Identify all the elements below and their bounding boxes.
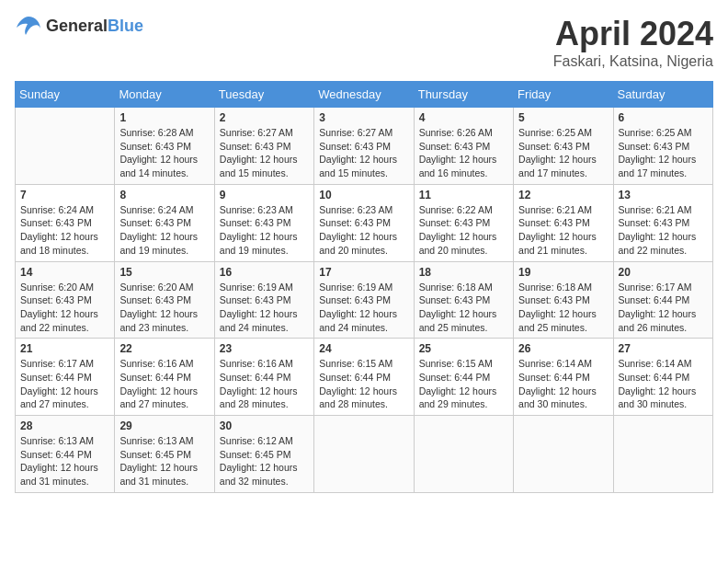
day-number: 4 xyxy=(419,111,508,124)
calendar-cell: 2Sunrise: 6:27 AM Sunset: 6:43 PM Daylig… xyxy=(214,108,313,185)
calendar-cell: 26Sunrise: 6:14 AM Sunset: 6:44 PM Dayli… xyxy=(514,339,613,416)
day-info: Sunrise: 6:15 AM Sunset: 6:44 PM Dayligh… xyxy=(319,357,408,411)
calendar-cell: 12Sunrise: 6:21 AM Sunset: 6:43 PM Dayli… xyxy=(514,184,613,261)
day-number: 16 xyxy=(220,266,309,279)
calendar-week-4: 21Sunrise: 6:17 AM Sunset: 6:44 PM Dayli… xyxy=(16,339,713,416)
day-info: Sunrise: 6:17 AM Sunset: 6:44 PM Dayligh… xyxy=(20,357,109,411)
day-info: Sunrise: 6:21 AM Sunset: 6:43 PM Dayligh… xyxy=(518,203,608,258)
day-info: Sunrise: 6:19 AM Sunset: 6:43 PM Dayligh… xyxy=(319,281,408,335)
calendar-cell xyxy=(16,108,115,185)
day-number: 2 xyxy=(220,111,309,124)
day-info: Sunrise: 6:22 AM Sunset: 6:43 PM Dayligh… xyxy=(419,203,508,258)
day-number: 23 xyxy=(220,342,309,355)
calendar-cell: 3Sunrise: 6:27 AM Sunset: 6:43 PM Daylig… xyxy=(314,108,414,185)
day-info: Sunrise: 6:17 AM Sunset: 6:44 PM Dayligh… xyxy=(619,281,708,335)
day-number: 19 xyxy=(518,266,608,279)
day-info: Sunrise: 6:28 AM Sunset: 6:43 PM Dayligh… xyxy=(119,126,209,180)
header: GeneralBlue April 2024 Faskari, Katsina,… xyxy=(15,15,713,70)
day-info: Sunrise: 6:16 AM Sunset: 6:44 PM Dayligh… xyxy=(220,357,309,411)
day-info: Sunrise: 6:20 AM Sunset: 6:43 PM Dayligh… xyxy=(119,281,209,335)
day-number: 27 xyxy=(619,342,708,355)
day-info: Sunrise: 6:15 AM Sunset: 6:44 PM Dayligh… xyxy=(419,357,508,411)
day-info: Sunrise: 6:13 AM Sunset: 6:44 PM Dayligh… xyxy=(20,434,109,488)
day-number: 11 xyxy=(419,189,508,201)
calendar-cell: 9Sunrise: 6:23 AM Sunset: 6:43 PM Daylig… xyxy=(214,184,313,261)
calendar-cell: 30Sunrise: 6:12 AM Sunset: 6:45 PM Dayli… xyxy=(214,416,313,493)
day-number: 29 xyxy=(119,419,209,432)
day-info: Sunrise: 6:25 AM Sunset: 6:43 PM Dayligh… xyxy=(518,126,608,180)
header-day-tuesday: Tuesday xyxy=(214,82,313,108)
day-number: 22 xyxy=(119,342,209,355)
calendar-cell: 1Sunrise: 6:28 AM Sunset: 6:43 PM Daylig… xyxy=(115,108,214,185)
day-number: 18 xyxy=(419,266,508,279)
day-number: 3 xyxy=(319,111,408,124)
day-info: Sunrise: 6:13 AM Sunset: 6:45 PM Dayligh… xyxy=(119,434,209,488)
calendar-cell: 10Sunrise: 6:23 AM Sunset: 6:43 PM Dayli… xyxy=(314,184,414,261)
calendar-week-5: 28Sunrise: 6:13 AM Sunset: 6:44 PM Dayli… xyxy=(16,416,713,493)
calendar-cell xyxy=(314,416,414,493)
day-info: Sunrise: 6:26 AM Sunset: 6:43 PM Dayligh… xyxy=(419,126,508,180)
day-number: 26 xyxy=(518,342,608,355)
day-number: 13 xyxy=(619,189,708,201)
day-number: 25 xyxy=(419,342,508,355)
calendar-cell: 8Sunrise: 6:24 AM Sunset: 6:43 PM Daylig… xyxy=(115,184,214,261)
calendar-cell: 27Sunrise: 6:14 AM Sunset: 6:44 PM Dayli… xyxy=(613,339,712,416)
logo-text-blue: Blue xyxy=(108,17,143,35)
logo-bird-icon xyxy=(15,15,42,37)
calendar-cell: 29Sunrise: 6:13 AM Sunset: 6:45 PM Dayli… xyxy=(115,416,214,493)
calendar-cell: 6Sunrise: 6:25 AM Sunset: 6:43 PM Daylig… xyxy=(613,108,712,185)
day-number: 6 xyxy=(619,111,708,124)
day-info: Sunrise: 6:27 AM Sunset: 6:43 PM Dayligh… xyxy=(319,126,408,180)
calendar-cell: 28Sunrise: 6:13 AM Sunset: 6:44 PM Dayli… xyxy=(16,416,115,493)
calendar-week-2: 7Sunrise: 6:24 AM Sunset: 6:43 PM Daylig… xyxy=(16,184,713,261)
day-number: 8 xyxy=(119,189,209,201)
calendar-cell: 23Sunrise: 6:16 AM Sunset: 6:44 PM Dayli… xyxy=(214,339,313,416)
day-info: Sunrise: 6:19 AM Sunset: 6:43 PM Dayligh… xyxy=(220,281,309,335)
day-number: 21 xyxy=(20,342,109,355)
day-number: 28 xyxy=(20,419,109,432)
calendar-cell: 21Sunrise: 6:17 AM Sunset: 6:44 PM Dayli… xyxy=(16,339,115,416)
day-info: Sunrise: 6:24 AM Sunset: 6:43 PM Dayligh… xyxy=(20,203,109,258)
calendar-cell: 17Sunrise: 6:19 AM Sunset: 6:43 PM Dayli… xyxy=(314,261,414,339)
calendar-week-1: 1Sunrise: 6:28 AM Sunset: 6:43 PM Daylig… xyxy=(16,108,713,185)
day-number: 14 xyxy=(20,266,109,279)
day-number: 7 xyxy=(20,189,109,201)
calendar-week-3: 14Sunrise: 6:20 AM Sunset: 6:43 PM Dayli… xyxy=(16,261,713,339)
day-info: Sunrise: 6:18 AM Sunset: 6:43 PM Dayligh… xyxy=(518,281,608,335)
day-number: 24 xyxy=(319,342,408,355)
calendar-cell: 15Sunrise: 6:20 AM Sunset: 6:43 PM Dayli… xyxy=(115,261,214,339)
day-info: Sunrise: 6:21 AM Sunset: 6:43 PM Dayligh… xyxy=(619,203,708,258)
calendar-cell: 20Sunrise: 6:17 AM Sunset: 6:44 PM Dayli… xyxy=(613,261,712,339)
header-day-saturday: Saturday xyxy=(613,82,712,108)
header-day-thursday: Thursday xyxy=(414,82,513,108)
day-info: Sunrise: 6:20 AM Sunset: 6:43 PM Dayligh… xyxy=(20,281,109,335)
calendar-cell: 19Sunrise: 6:18 AM Sunset: 6:43 PM Dayli… xyxy=(514,261,613,339)
calendar-cell: 18Sunrise: 6:18 AM Sunset: 6:43 PM Dayli… xyxy=(414,261,513,339)
day-info: Sunrise: 6:27 AM Sunset: 6:43 PM Dayligh… xyxy=(220,126,309,180)
day-number: 9 xyxy=(220,189,309,201)
calendar-title: April 2024 xyxy=(553,15,713,53)
calendar-cell xyxy=(414,416,513,493)
calendar-cell: 22Sunrise: 6:16 AM Sunset: 6:44 PM Dayli… xyxy=(115,339,214,416)
day-number: 17 xyxy=(319,266,408,279)
calendar-cell: 11Sunrise: 6:22 AM Sunset: 6:43 PM Dayli… xyxy=(414,184,513,261)
calendar-cell: 4Sunrise: 6:26 AM Sunset: 6:43 PM Daylig… xyxy=(414,108,513,185)
header-day-sunday: Sunday xyxy=(16,82,115,108)
day-info: Sunrise: 6:14 AM Sunset: 6:44 PM Dayligh… xyxy=(518,357,608,411)
calendar-cell xyxy=(613,416,712,493)
header-day-monday: Monday xyxy=(115,82,214,108)
day-info: Sunrise: 6:18 AM Sunset: 6:43 PM Dayligh… xyxy=(419,281,508,335)
calendar-table: SundayMondayTuesdayWednesdayThursdayFrid… xyxy=(15,81,713,493)
calendar-cell: 13Sunrise: 6:21 AM Sunset: 6:43 PM Dayli… xyxy=(613,184,712,261)
calendar-cell: 16Sunrise: 6:19 AM Sunset: 6:43 PM Dayli… xyxy=(214,261,313,339)
calendar-cell: 5Sunrise: 6:25 AM Sunset: 6:43 PM Daylig… xyxy=(514,108,613,185)
title-area: April 2024 Faskari, Katsina, Nigeria xyxy=(553,15,713,70)
day-info: Sunrise: 6:23 AM Sunset: 6:43 PM Dayligh… xyxy=(220,203,309,258)
day-number: 30 xyxy=(220,419,309,432)
day-number: 5 xyxy=(518,111,608,124)
day-number: 15 xyxy=(119,266,209,279)
day-info: Sunrise: 6:16 AM Sunset: 6:44 PM Dayligh… xyxy=(119,357,209,411)
day-info: Sunrise: 6:25 AM Sunset: 6:43 PM Dayligh… xyxy=(619,126,708,180)
day-number: 20 xyxy=(619,266,708,279)
day-info: Sunrise: 6:24 AM Sunset: 6:43 PM Dayligh… xyxy=(119,203,209,258)
